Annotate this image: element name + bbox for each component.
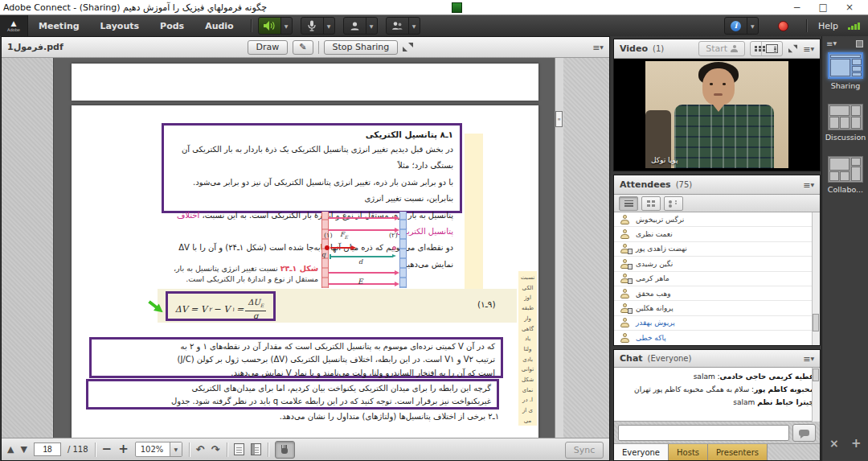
header-separator [318, 41, 319, 54]
pdf-previous-page-fragment [72, 64, 538, 101]
adobe-connect-window: چگونه فرمولهاي فيزيک را آموزش دهيم (Shar… [0, 0, 868, 461]
chat-message-input[interactable] [618, 425, 789, 441]
document-scrollbar-thumb[interactable]: ≡ [555, 111, 563, 127]
webcam-dropdown-caret[interactable]: ▼ [366, 18, 377, 34]
attendee-icon [620, 215, 630, 224]
attendee-list-view-button[interactable] [619, 196, 638, 211]
pan-tool-button[interactable] [275, 441, 295, 459]
layout-thumbnail-sharing[interactable] [828, 52, 863, 79]
fullscreen-icon[interactable] [403, 43, 413, 51]
attendee-row[interactable]: پروانه هکلین [614, 301, 820, 315]
zoom-in-button[interactable]: + [118, 443, 129, 455]
page-down-button[interactable]: ▼ [20, 445, 27, 454]
draw-button[interactable]: Draw [248, 40, 289, 55]
raise-hand-status-icon[interactable] [387, 18, 408, 34]
menu-audio[interactable]: Audio [194, 21, 244, 31]
chat-scope-label: (Everyone) [648, 354, 692, 363]
figure-right-plate [399, 212, 407, 288]
add-layout-icon[interactable]: + [851, 436, 862, 451]
chat-input-row [614, 422, 820, 443]
chat-tab-hosts[interactable]: Hosts [669, 444, 708, 460]
attendees-pod-menu-icon[interactable]: ≡▼ [803, 180, 814, 190]
maximize-button[interactable]: □ [819, 2, 828, 12]
zoom-level-select[interactable]: 102% ▼ [135, 442, 182, 457]
video-pod-body: پویا توکل [614, 59, 820, 171]
zoom-dropdown-caret[interactable]: ▼ [170, 442, 182, 456]
close-button[interactable]: × [845, 2, 854, 12]
chat-scrollbar[interactable] [812, 368, 820, 422]
webcam-icon[interactable] [344, 18, 366, 34]
field-line-arrow [329, 272, 395, 274]
viewer-left-gutter [2, 58, 54, 438]
pdf-margin-band [465, 134, 483, 304]
stop-sharing-button[interactable]: Stop Sharing [324, 40, 399, 55]
zoom-level-value: 102% [136, 445, 170, 454]
attendee-row[interactable]: پریوش بهقدر [614, 316, 820, 331]
attendee-status-view-button[interactable] [664, 196, 683, 211]
start-webcam-button[interactable]: Start [698, 41, 745, 56]
pdf-paragraph-line: با دو برابر شدن بار ذره، تغییر انرژی پتا… [170, 175, 453, 208]
rotate-right-button[interactable]: ↷ [211, 443, 220, 455]
fit-page-icon[interactable] [234, 443, 244, 455]
attendee-row[interactable]: نعمت نظری [614, 227, 820, 241]
chat-tab-presenters[interactable]: Presenters [708, 444, 768, 460]
close-layouts-icon[interactable]: × [829, 437, 839, 450]
menu-meeting[interactable]: Meeting [28, 21, 90, 31]
speaker-dropdown-caret[interactable]: ▼ [280, 18, 292, 34]
chat-tab-everyone[interactable]: Everyone [614, 444, 669, 460]
hand-icon [280, 445, 289, 454]
attendee-row[interactable]: ماهر کرمی [614, 272, 820, 286]
pdf-highlight-box-2: که در آن V کمیتی نرده‌ای موسوم به پتانسی… [89, 337, 503, 378]
window-controls: − □ × [793, 2, 865, 12]
attendee-row[interactable]: نرگس تربیخوش [614, 212, 820, 227]
page-up-button[interactable]: ▲ [7, 445, 14, 454]
chat-pod-menu-icon[interactable]: ≡▼ [803, 354, 814, 364]
attendees-count: (75) [676, 180, 693, 189]
layouts-pin-icon[interactable] [856, 40, 863, 47]
rotate-left-button[interactable]: ↶ [196, 443, 205, 455]
help-link[interactable]: Help [818, 21, 838, 31]
attendee-row[interactable]: وهب محقق [614, 286, 820, 301]
share-pod-menu-icon[interactable]: ≡▼ [592, 43, 604, 52]
minimize-button[interactable]: − [793, 2, 801, 12]
document-scrollbar[interactable]: ≡ [555, 58, 563, 438]
sync-button[interactable]: Sync [565, 442, 604, 459]
layout-thumbnail-discussion[interactable] [828, 104, 863, 130]
layout-thumbnail-collaboration[interactable] [828, 156, 863, 183]
layout-label-discussion[interactable]: Discussion [822, 133, 868, 142]
layout-label-sharing[interactable]: Sharing [822, 81, 868, 90]
info-dropdown-caret[interactable]: ▼ [747, 18, 758, 34]
video-pod-menu-icon[interactable]: ≡▼ [803, 44, 814, 54]
attendee-icon [620, 289, 630, 298]
fit-width-icon[interactable] [251, 443, 261, 455]
menu-layouts[interactable]: Layouts [90, 21, 149, 31]
send-chat-button[interactable] [792, 424, 816, 442]
video-fullscreen-icon[interactable] [788, 45, 797, 52]
microphone-dropdown-caret[interactable]: ▼ [323, 18, 334, 34]
pdf-toolbar: ▲ ▼ / 118 − + 102% ▼ ↶ ↷ Sync [2, 438, 609, 460]
zoom-out-button[interactable]: − [102, 443, 113, 455]
grid-view-icon[interactable] [751, 42, 761, 56]
microphone-icon[interactable] [301, 18, 323, 34]
info-icon[interactable]: i [725, 18, 747, 34]
speaker-icon[interactable] [259, 18, 280, 34]
attendee-row[interactable]: پاکه خطی [614, 331, 820, 345]
attendee-row[interactable]: نگین رشیدی [614, 257, 820, 271]
attendee-grid-view-button[interactable] [641, 196, 661, 211]
page-number-input[interactable] [34, 442, 61, 456]
pdf-paragraph-line: در بخش قبل دیدیم تغییر انرژی پتانسیل الک… [170, 142, 453, 175]
attendees-scrollbar-thumb[interactable] [813, 314, 819, 331]
chat-scrollbar-thumb[interactable] [813, 368, 819, 381]
attendees-scrollbar[interactable] [812, 212, 820, 345]
figure-charge-dot [325, 245, 330, 250]
attendee-row[interactable]: نهضت زاهدی پور [614, 242, 820, 257]
figure-point2-label: (۲) [389, 232, 398, 239]
attendee-icon [620, 333, 630, 343]
pencil-tool-button[interactable]: ✎ [293, 40, 313, 55]
layout-label-collaboration[interactable]: Collabo... [822, 185, 868, 194]
connection-signal-icon[interactable] [848, 23, 860, 30]
filmstrip-view-icon[interactable] [761, 42, 782, 56]
layouts-menu-icon[interactable]: ≡▼ [826, 39, 837, 48]
menu-pods[interactable]: Pods [149, 21, 194, 31]
status-dropdown-caret[interactable]: ▼ [408, 18, 420, 34]
